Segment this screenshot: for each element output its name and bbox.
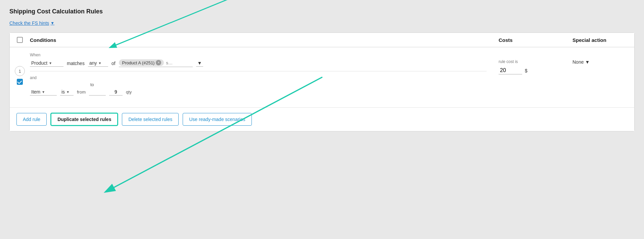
header-checkbox-col — [10, 37, 30, 43]
any-chevron: ▼ — [98, 61, 102, 65]
costs-col: rule cost is $ — [493, 53, 567, 74]
col-conditions-header: Conditions — [30, 37, 493, 43]
when-label: When — [30, 53, 487, 57]
product-value: Product — [31, 60, 47, 66]
fs-hints-text: Check the FS hints — [9, 20, 49, 26]
col-costs-header: Costs — [493, 37, 567, 43]
add-rule-button[interactable]: Add rule — [16, 113, 47, 126]
col-special-header: Special action — [567, 37, 634, 43]
cost-label: rule cost is — [499, 59, 567, 64]
tag-close-button[interactable]: × — [156, 60, 161, 65]
cost-row: $ — [499, 67, 567, 74]
duplicate-button[interactable]: Duplicate selected rules — [51, 113, 118, 126]
and-label: and — [30, 75, 487, 80]
is-dropdown[interactable]: is ▼ — [60, 88, 74, 96]
fs-hints-arrow: ▼ — [50, 21, 54, 25]
table-header: Conditions Costs Special action — [10, 33, 634, 47]
rule-row-left: 1 — [10, 53, 30, 85]
footer-buttons: Add rule Duplicate selected rules Delete… — [10, 108, 634, 131]
special-action-dropdown[interactable]: None ▼ — [572, 59, 634, 65]
delete-button[interactable]: Delete selected rules — [122, 113, 179, 126]
of-label: of — [111, 61, 116, 66]
rule-row-wrapper: 1 When Product ▼ matches — [10, 47, 634, 108]
tag-dropdown-chevron: ▼ — [197, 60, 202, 66]
tag-text: Product A (#251) — [122, 60, 155, 65]
qty-to-input[interactable] — [109, 88, 123, 96]
special-value: None — [572, 59, 584, 65]
item-chevron: ▼ — [42, 90, 45, 94]
from-label: from — [77, 89, 86, 95]
any-dropdown[interactable]: any ▼ — [88, 60, 108, 67]
row-checkbox[interactable] — [17, 79, 23, 85]
to-label: to — [90, 82, 94, 87]
second-condition-block: and to Item ▼ — [30, 75, 487, 96]
any-value: any — [89, 60, 97, 66]
qty-from-input[interactable] — [89, 88, 106, 96]
is-value: is — [61, 89, 65, 95]
and-divider — [30, 71, 487, 71]
product-chevron: ▼ — [49, 61, 52, 65]
tag-search-input[interactable] — [166, 60, 176, 65]
tag-container: Product A (#251) × — [119, 59, 193, 67]
special-chevron: ▼ — [585, 59, 590, 65]
rules-table: Conditions Costs Special action 1 When P… — [9, 33, 635, 131]
item-dropdown[interactable]: Item ▼ — [30, 88, 57, 96]
product-dropdown[interactable]: Product ▼ — [30, 60, 63, 67]
header-checkbox[interactable] — [17, 37, 23, 43]
first-condition-row: Product ▼ matches any ▼ of — [30, 59, 487, 67]
first-condition-block: When Product ▼ matches any ▼ — [30, 53, 487, 67]
conditions-col: When Product ▼ matches any ▼ — [30, 53, 493, 100]
table-row: 1 When Product ▼ matches — [10, 47, 634, 108]
item-value: Item — [31, 89, 40, 95]
tag-dropdown-arrow[interactable]: ▼ — [196, 60, 203, 67]
currency-label: $ — [525, 68, 527, 73]
page-title: Shipping Cost Calculation Rules — [9, 8, 635, 15]
cost-input[interactable] — [499, 67, 522, 74]
second-condition-row: Item ▼ is ▼ from — [30, 88, 487, 96]
is-chevron: ▼ — [66, 90, 70, 94]
fs-hints-link[interactable]: Check the FS hints ▼ — [9, 20, 54, 26]
rule-number: 1 — [15, 66, 25, 76]
special-col: None ▼ — [567, 53, 634, 65]
ready-made-button[interactable]: Use ready-made scenarios — [183, 113, 251, 126]
product-tag: Product A (#251) × — [119, 59, 164, 66]
qty-label: qty — [126, 89, 132, 95]
matches-label: matches — [67, 61, 85, 66]
